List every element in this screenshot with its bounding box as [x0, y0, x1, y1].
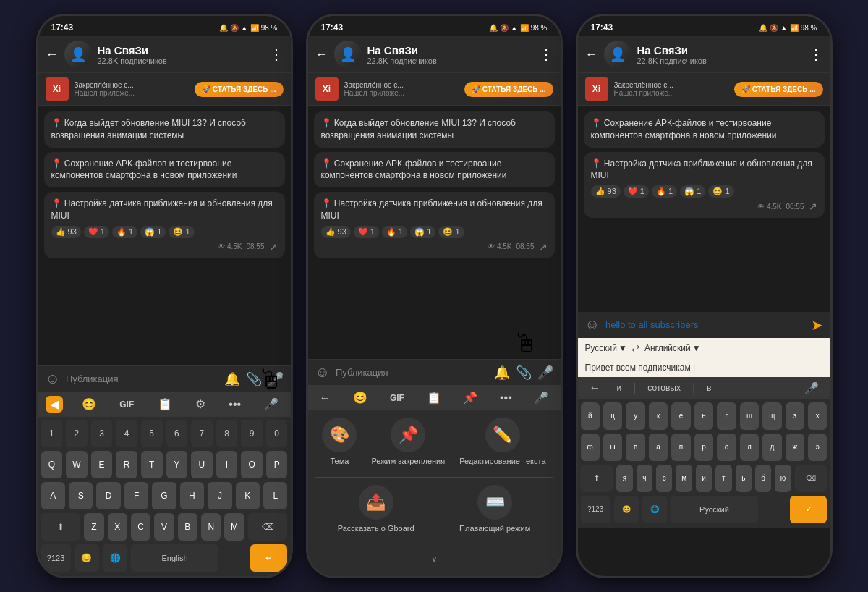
key-m[interactable]: M — [224, 513, 244, 541]
trans-from-lang[interactable]: Русский ▼ — [585, 343, 627, 353]
key-t[interactable]: T — [141, 451, 163, 478]
key-ч[interactable]: ч — [637, 465, 652, 492]
key-u[interactable]: U — [191, 451, 213, 478]
suggestion-3[interactable]: в — [702, 381, 715, 394]
key-globe[interactable]: 🌐 — [103, 544, 127, 572]
suggestion-2[interactable]: сотовых — [643, 381, 685, 394]
gboard-item-share[interactable]: 📤 Рассказать о Gboard — [338, 485, 414, 533]
kb-emoji-btn-1[interactable]: 😊 — [77, 396, 101, 413]
header-menu-3[interactable]: ⋮ — [809, 46, 823, 63]
key-э[interactable]: э — [808, 434, 827, 461]
gboard-item-edit[interactable]: ✏️ Редактирование текста — [459, 418, 545, 465]
trans-arrow-icon[interactable]: ⇄ — [631, 342, 640, 354]
input-field-2[interactable]: Публикация — [336, 367, 488, 378]
key-п[interactable]: п — [671, 434, 690, 461]
key-д[interactable]: д — [762, 434, 781, 461]
key-н[interactable]: н — [694, 402, 713, 430]
key-ф[interactable]: ф — [581, 434, 600, 461]
key-d[interactable]: D — [96, 482, 120, 509]
key-7[interactable]: 7 — [191, 420, 213, 447]
pinned-banner-3[interactable]: Xi Закреплённое с... Нашёл приложе... 🚀 … — [578, 73, 830, 106]
suggestion-1[interactable]: и — [613, 381, 626, 394]
key-r[interactable]: R — [116, 451, 137, 478]
emoji-icon-2[interactable]: ☺ — [315, 364, 330, 381]
kb-back-btn-1[interactable]: ◀ — [46, 396, 63, 413]
attach-icon-2[interactable]: 📎 — [516, 365, 532, 381]
key-щ[interactable]: щ — [762, 402, 781, 430]
key-i[interactable]: I — [216, 451, 238, 478]
key-3[interactable]: 3 — [91, 420, 113, 447]
key-у[interactable]: у — [626, 402, 644, 430]
key-ы[interactable]: ы — [603, 434, 622, 461]
key-o[interactable]: O — [241, 451, 263, 478]
back-button-1[interactable]: ← — [46, 47, 59, 62]
key-2[interactable]: 2 — [66, 420, 88, 447]
kb-settings-btn-1[interactable]: ⚙ — [191, 396, 210, 413]
key-e[interactable]: E — [91, 451, 113, 478]
key-j[interactable]: J — [208, 482, 231, 509]
kb-mic-btn-1[interactable]: 🎤 — [260, 396, 283, 413]
key-123-ru[interactable]: ?123 — [581, 496, 610, 523]
key-0[interactable]: 0 — [266, 420, 288, 447]
kb-back-btn-3-bottom[interactable]: ← — [585, 380, 605, 396]
key-v[interactable]: V — [154, 513, 174, 541]
key-enter-ru[interactable]: ✓ — [790, 496, 827, 523]
key-f[interactable]: F — [124, 482, 148, 509]
gboard-item-theme[interactable]: 🎨 Тема — [322, 418, 357, 465]
key-n[interactable]: N — [201, 513, 221, 541]
key-1[interactable]: 1 — [41, 420, 63, 447]
key-р[interactable]: р — [694, 434, 713, 461]
key-ю[interactable]: ю — [775, 465, 791, 492]
kb-emoji-btn-2[interactable]: 😊 — [349, 389, 372, 406]
kb-clip-btn-1[interactable]: 📋 — [153, 396, 176, 413]
key-emoji-ru[interactable]: 😊 — [614, 496, 639, 523]
header-menu-1[interactable]: ⋮ — [269, 46, 284, 63]
key-я[interactable]: я — [616, 465, 632, 492]
key-т[interactable]: т — [715, 465, 731, 492]
key-b[interactable]: B — [178, 513, 197, 541]
key-ш[interactable]: ш — [740, 402, 759, 430]
key-з[interactable]: з — [786, 402, 804, 430]
kb-back-btn-2[interactable]: ← — [315, 390, 336, 406]
key-g[interactable]: G — [152, 482, 176, 509]
emoji-icon-1[interactable]: ☺ — [46, 371, 60, 387]
key-x[interactable]: X — [108, 513, 127, 541]
gboard-item-pin[interactable]: 📌 Режим закрепления — [371, 418, 445, 465]
key-9[interactable]: 9 — [241, 420, 263, 447]
input-typed-3[interactable]: hello to all subscribers — [605, 319, 805, 330]
key-z[interactable]: Z — [84, 513, 103, 541]
pinned-btn-1[interactable]: 🚀 СТАТЬЯ ЗДЕСЬ ... — [195, 82, 283, 97]
kb-mic-btn-2[interactable]: 🎤 — [529, 389, 553, 406]
key-k[interactable]: K — [236, 482, 260, 509]
key-г[interactable]: г — [717, 402, 736, 430]
key-а[interactable]: а — [649, 434, 668, 461]
key-л[interactable]: л — [740, 434, 759, 461]
kb-mic-btn-3[interactable]: 🎤 — [800, 380, 823, 397]
key-в[interactable]: в — [626, 434, 644, 461]
back-button-2[interactable]: ← — [315, 47, 328, 62]
key-space[interactable]: English — [131, 544, 218, 572]
kb-gif-btn-2[interactable]: GIF — [386, 392, 409, 405]
trans-to-lang[interactable]: Английский ▼ — [644, 343, 701, 353]
key-м[interactable]: м — [676, 465, 692, 492]
key-й[interactable]: й — [581, 402, 600, 430]
header-menu-2[interactable]: ⋮ — [539, 46, 553, 63]
key-5[interactable]: 5 — [141, 420, 163, 447]
key-shift[interactable]: ⬆ — [41, 513, 81, 541]
key-h[interactable]: H — [180, 482, 204, 509]
attach-icon-1[interactable]: 📎 — [246, 371, 262, 387]
kb-more-btn-2[interactable]: ••• — [495, 390, 516, 406]
kb-pin-btn-2[interactable]: 📌 — [459, 389, 482, 406]
key-emoji-bottom[interactable]: 😊 — [75, 544, 99, 572]
key-p[interactable]: P — [266, 451, 288, 478]
key-w[interactable]: W — [66, 451, 88, 478]
pinned-banner-1[interactable]: Xi Закреплённое с... Нашёл приложе... 🚀 … — [38, 73, 291, 106]
key-backspace[interactable]: ⌫ — [248, 513, 288, 541]
mic-icon-2[interactable]: 🎤 — [537, 365, 553, 381]
key-backspace-ru[interactable]: ⌫ — [795, 465, 827, 492]
back-button-3[interactable]: ← — [585, 47, 598, 62]
key-6[interactable]: 6 — [166, 420, 188, 447]
pinned-btn-2[interactable]: 🚀 СТАТЬЯ ЗДЕСЬ ... — [464, 82, 553, 97]
key-б[interactable]: б — [755, 465, 771, 492]
key-l[interactable]: L — [263, 482, 287, 509]
